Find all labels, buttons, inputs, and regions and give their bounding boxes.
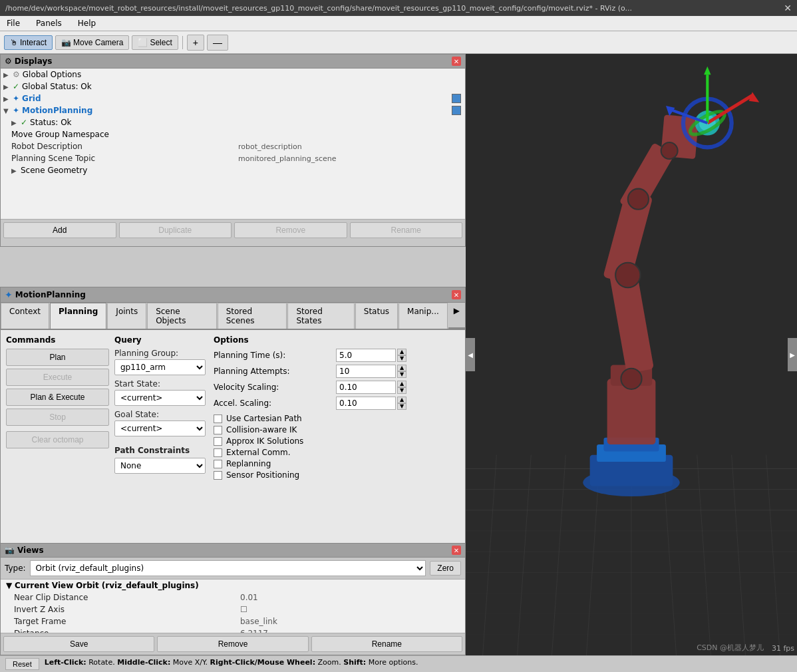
select-button[interactable]: ⬜ Select: [132, 35, 178, 50]
plan-execute-button[interactable]: Plan & Execute: [6, 389, 109, 406]
displays-panel: ⚙ Displays ✕ ▶ ⚙ Global Options ▶ ✓ Glob…: [0, 54, 466, 247]
tab-stored-scenes[interactable]: Stored Scenes: [218, 303, 287, 329]
displays-buttons: Add Duplicate Remove Rename: [1, 219, 465, 241]
plan-button[interactable]: Plan: [6, 349, 109, 366]
remove-button[interactable]: —: [207, 35, 228, 51]
rename-button[interactable]: Rename: [350, 222, 463, 238]
velocity-scaling-input[interactable]: 0.10: [336, 381, 396, 394]
menu-panels[interactable]: Panels: [32, 17, 66, 29]
tree-item-motion-planning[interactable]: ▼ ✦ MotionPlanning: [1, 104, 465, 116]
clear-octomap-button[interactable]: Clear octomap: [6, 431, 109, 448]
duplicate-button[interactable]: Duplicate: [119, 222, 232, 238]
planning-time-input[interactable]: 5.0: [336, 349, 396, 362]
interact-button[interactable]: 🖱 Interact: [4, 35, 53, 50]
rename-view-button[interactable]: Rename: [311, 636, 462, 652]
left-click-action: Rotate.: [88, 658, 115, 667]
tab-status[interactable]: Status: [355, 303, 398, 329]
tab-stored-states[interactable]: Stored States: [287, 303, 354, 329]
tab-manip[interactable]: Manip...: [398, 303, 448, 329]
add-button[interactable]: +: [187, 35, 204, 51]
tree-item-move-group[interactable]: Move Group Namespace: [1, 128, 465, 140]
close-btn[interactable]: ✕: [784, 3, 792, 13]
spin-up[interactable]: ▲: [397, 397, 406, 403]
planning-time-spinner: ▲ ▼: [397, 349, 406, 362]
spin-up[interactable]: ▲: [397, 365, 406, 371]
views-target-frame[interactable]: Target Frame base_link: [1, 615, 465, 627]
planning-attempts-input[interactable]: 10: [336, 365, 396, 378]
tab-scene-objects[interactable]: Scene Objects: [147, 303, 217, 329]
replanning-checkbox[interactable]: [214, 460, 222, 468]
accel-scaling-input[interactable]: 0.10: [336, 397, 396, 410]
collapse-right-button[interactable]: ▶: [788, 338, 797, 371]
checkbox-external-comm[interactable]: External Comm.: [214, 448, 460, 457]
add-display-button[interactable]: Add: [3, 222, 116, 238]
cartesian-checkbox[interactable]: [214, 415, 222, 423]
execute-button[interactable]: Execute: [6, 369, 109, 386]
motion-planning-checkbox[interactable]: [452, 106, 461, 115]
check-icon: ✓: [21, 118, 27, 127]
menu-file[interactable]: File: [3, 17, 24, 29]
views-panel-close[interactable]: ✕: [452, 546, 461, 555]
planning-body: Commands Plan Execute Plan & Execute Sto…: [1, 330, 465, 546]
spin-down[interactable]: ▼: [397, 355, 406, 362]
goal-state-select[interactable]: <current>: [114, 420, 206, 436]
collision-ik-checkbox[interactable]: [214, 426, 222, 434]
query-section: Query Planning Group: gp110_arm Start St…: [109, 335, 206, 541]
views-distance[interactable]: Distance 6.2117: [1, 627, 465, 633]
tab-joints[interactable]: Joints: [107, 303, 146, 329]
collision-ik-label: Collision-aware IK: [226, 425, 297, 434]
external-comm-checkbox[interactable]: [214, 448, 222, 457]
3d-viewport[interactable]: 31 fps CSDN @机器人梦儿: [466, 54, 797, 655]
tree-item-global-options[interactable]: ▶ ⚙ Global Options: [1, 69, 465, 81]
views-near-clip[interactable]: Near Clip Distance 0.01: [1, 591, 465, 603]
tree-item-robot-desc[interactable]: Robot Description robot_description: [1, 140, 465, 152]
tree-item-planning-scene[interactable]: Planning Scene Topic monitored_planning_…: [1, 152, 465, 164]
tree-value: monitored_planning_scene: [238, 154, 462, 163]
svg-point-29: [621, 369, 641, 389]
approx-ik-checkbox[interactable]: [214, 437, 222, 446]
checkbox-replanning[interactable]: Replanning: [214, 459, 460, 468]
motion-planning-close[interactable]: ✕: [452, 290, 461, 299]
tree-item-scene-geometry[interactable]: ▶ Scene Geometry: [1, 164, 465, 176]
reset-button[interactable]: Reset: [5, 658, 39, 670]
collapse-left-button[interactable]: ◀: [466, 338, 475, 371]
distance-value: 6.2117: [240, 629, 460, 633]
spin-down[interactable]: ▼: [397, 403, 406, 410]
velocity-scaling-label: Velocity Scaling:: [214, 381, 333, 394]
displays-panel-header: ⚙ Displays ✕: [1, 55, 465, 69]
tree-item-grid[interactable]: ▶ ✦ Grid: [1, 92, 465, 104]
views-current-view-header[interactable]: ▼ Current View Orbit (rviz_default_plugi…: [1, 580, 465, 591]
save-view-button[interactable]: Save: [3, 636, 154, 652]
tree-item-global-status[interactable]: ▶ ✓ Global Status: Ok: [1, 81, 465, 92]
checkbox-cartesian[interactable]: Use Cartesian Path: [214, 414, 460, 423]
spin-down[interactable]: ▼: [397, 371, 406, 378]
checkbox-sensor-positioning[interactable]: Sensor Positioning: [214, 470, 460, 480]
sensor-positioning-checkbox[interactable]: [214, 471, 222, 480]
views-panel: 📷 Views ✕ Type: Orbit (rviz_default_plug…: [0, 543, 466, 655]
path-constraints-select[interactable]: None: [114, 458, 206, 474]
checkbox-approx-ik[interactable]: Approx IK Solutions: [214, 436, 460, 446]
tab-planning[interactable]: Planning: [50, 303, 106, 329]
zero-button[interactable]: Zero: [430, 561, 461, 576]
commands-heading: Commands: [6, 335, 109, 345]
left-panel: ⚙ Displays ✕ ▶ ⚙ Global Options ▶ ✓ Glob…: [0, 54, 466, 655]
remove-display-button[interactable]: Remove: [234, 222, 347, 238]
planning-group-select[interactable]: gp110_arm: [114, 359, 206, 375]
grid-checkbox[interactable]: [452, 94, 461, 103]
displays-panel-close[interactable]: ✕: [452, 57, 461, 66]
tree-item-status[interactable]: ▶ ✓ Status: Ok: [1, 116, 465, 128]
spin-up[interactable]: ▲: [397, 381, 406, 387]
stop-button[interactable]: Stop: [6, 409, 109, 426]
remove-view-button[interactable]: Remove: [157, 636, 308, 652]
spin-down[interactable]: ▼: [397, 387, 406, 394]
views-invert-z[interactable]: Invert Z Axis ☐: [1, 603, 465, 615]
spin-up[interactable]: ▲: [397, 349, 406, 355]
checkbox-collision-ik[interactable]: Collision-aware IK: [214, 425, 460, 434]
tab-more[interactable]: ▶: [448, 303, 465, 329]
shift-action: More options.: [369, 658, 418, 667]
tab-context[interactable]: Context: [1, 303, 49, 329]
views-type-select[interactable]: Orbit (rviz_default_plugins): [30, 560, 426, 576]
menu-help[interactable]: Help: [74, 17, 100, 29]
start-state-select[interactable]: <current>: [114, 390, 206, 406]
move-camera-button[interactable]: 📷 Move Camera: [55, 35, 129, 50]
